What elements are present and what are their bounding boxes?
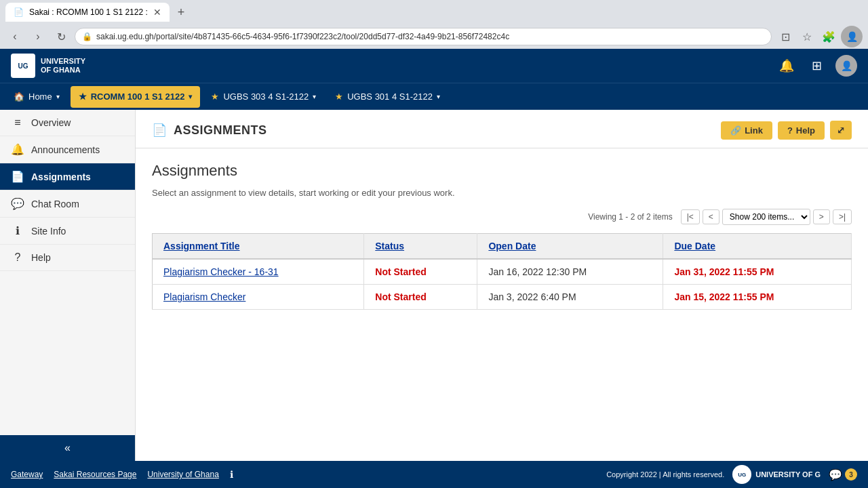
apps-grid-button[interactable]: ⊞ (806, 55, 827, 77)
sort-status[interactable]: Status (375, 241, 404, 251)
sort-assignment-title[interactable]: Assignment Title (163, 241, 240, 251)
sidebar-item-overview[interactable]: ≡ Overview (0, 110, 135, 136)
cell-title-0: Plagiarism Checker - 16-31 (153, 259, 364, 285)
chat-badge: 3 (845, 468, 857, 481)
lock-icon: 🔒 (82, 32, 92, 41)
expand-icon: ⤢ (837, 125, 845, 136)
logo-area: UG UNIVERSITY OF GHANA (11, 54, 85, 78)
course-ugbs303-btn[interactable]: ★ UGBS 303 4 S1-2122 ▾ (203, 86, 324, 108)
browser-toolbar: ‹ › ↻ 🔒 sakai.ug.edu.gh/portal/site/4b87… (0, 24, 868, 49)
footer-link-gateway[interactable]: Gateway (11, 470, 43, 479)
footer-logo-area: UG UNIVERSITY OF G (732, 465, 821, 484)
footer-info-icon[interactable]: ℹ (230, 469, 233, 480)
ugbs303-chevron-icon: ▾ (313, 93, 316, 100)
browser-tab[interactable]: 📄 Sakai : RCOMM 100 1 S1 2122 : ✕ (5, 3, 170, 22)
content-header-title: ASSIGNMENTS (174, 123, 267, 138)
content-header: 📄 ASSIGNMENTS 🔗 Link ? Help ⤢ (136, 110, 868, 148)
sidebar-item-chatroom[interactable]: 💬 Chat Room (0, 190, 135, 218)
chat-notification-btn[interactable]: 💬 (829, 468, 842, 481)
assignment-link-0[interactable]: Plagiarism Checker - 16-31 (163, 266, 279, 277)
sidebar-item-help[interactable]: ? Help (0, 245, 135, 271)
overview-icon: ≡ (11, 117, 24, 129)
home-icon: 🏠 (14, 92, 24, 102)
sort-due-date[interactable]: Due Date (674, 241, 715, 251)
siteinfo-icon: ℹ (11, 224, 24, 237)
main-layout: ≡ Overview 🔔 Announcements 📄 Assignments… (0, 110, 868, 461)
home-nav-btn[interactable]: 🏠 Home ▾ (5, 86, 68, 108)
home-chevron-icon: ▾ (56, 93, 60, 100)
table-row: Plagiarism Checker Not Started Jan 3, 20… (153, 285, 852, 310)
toolbar-right: ⊡ ☆ 🧩 👤 (776, 26, 863, 47)
link-icon: 🔗 (730, 125, 741, 136)
prev-page-btn[interactable]: < (703, 209, 719, 224)
footer-right: Copyright 2022 | All rights reserved. UG… (606, 465, 857, 484)
reload-button[interactable]: ↻ (52, 27, 71, 46)
footer: Gateway Sakai Resources Page University … (0, 461, 868, 488)
assignments-icon: 📄 (11, 170, 24, 183)
assignment-link-1[interactable]: Plagiarism Checker (163, 291, 245, 302)
cell-due-date-1: Jan 15, 2022 11:55 PM (663, 285, 852, 310)
col-status: Status (364, 234, 477, 260)
browser-profile-avatar[interactable]: 👤 (841, 26, 863, 47)
notifications-button[interactable]: 🔔 (776, 55, 797, 77)
cell-open-date-0: Jan 16, 2022 12:30 PM (477, 259, 663, 285)
footer-link-sakai[interactable]: Sakai Resources Page (54, 470, 136, 479)
content-header-right: 🔗 Link ? Help ⤢ (721, 121, 852, 140)
link-button[interactable]: 🔗 Link (721, 121, 772, 140)
sort-open-date[interactable]: Open Date (488, 241, 536, 251)
first-page-btn[interactable]: |< (681, 209, 700, 224)
course-rcomm-btn[interactable]: ★ RCOMM 100 1 S1 2122 ▾ (71, 86, 201, 108)
question-icon: ? (787, 125, 793, 136)
sidebar-collapse-btn[interactable]: « (0, 435, 135, 461)
new-tab-button[interactable]: + (172, 4, 191, 21)
items-per-page-select[interactable]: Show 200 items... (722, 209, 810, 225)
content-header-left: 📄 ASSIGNMENTS (152, 123, 267, 138)
assignments-header-icon: 📄 (152, 123, 167, 138)
rcomm-chevron-icon: ▾ (189, 93, 192, 100)
ugbs301-star-icon: ★ (335, 92, 343, 102)
footer-logo-text: UNIVERSITY OF G (755, 470, 821, 479)
col-open-date: Open Date (477, 234, 663, 260)
browser-tab-bar: 📄 Sakai : RCOMM 100 1 S1 2122 : ✕ + (0, 0, 868, 24)
table-row: Plagiarism Checker - 16-31 Not Started J… (153, 259, 852, 285)
pagination-info: Viewing 1 - 2 of 2 items (588, 212, 673, 222)
help-button[interactable]: ? Help (778, 121, 825, 140)
content-body: Assignments Select an assignment to view… (136, 148, 868, 323)
cell-status-0: Not Started (364, 259, 477, 285)
top-nav: UG UNIVERSITY OF GHANA 🔔 ⊞ 👤 (0, 49, 868, 83)
help-icon: ? (11, 251, 24, 264)
sidebar: ≡ Overview 🔔 Announcements 📄 Assignments… (0, 110, 136, 461)
url-text: sakai.ug.edu.gh/portal/site/4b871435-66c… (96, 32, 509, 41)
tab-title: Sakai : RCOMM 100 1 S1 2122 : (29, 7, 148, 17)
sidebar-item-assignments[interactable]: 📄 Assignments (0, 163, 135, 190)
course-ugbs301-btn[interactable]: ★ UGBS 301 4 S1-2122 ▾ (327, 86, 448, 108)
page-title: Assignments (152, 162, 852, 180)
cell-title-1: Plagiarism Checker (153, 285, 364, 310)
copyright-text: Copyright 2022 | All rights reserved. (606, 470, 724, 479)
sidebar-item-siteinfo[interactable]: ℹ Site Info (0, 218, 135, 245)
footer-university-logo: UG (732, 465, 751, 484)
extensions-button[interactable]: ⊡ (776, 27, 795, 46)
bookmark-button[interactable]: ☆ (797, 27, 816, 46)
cell-due-date-0: Jan 31, 2022 11:55 PM (663, 259, 852, 285)
forward-button[interactable]: › (28, 27, 47, 46)
address-bar[interactable]: 🔒 sakai.ug.edu.gh/portal/site/4b871435-6… (75, 28, 772, 45)
rcomm-star-icon: ★ (79, 92, 87, 102)
university-name: UNIVERSITY OF GHANA (41, 57, 85, 75)
chatroom-icon: 💬 (11, 197, 24, 210)
last-page-btn[interactable]: >| (833, 209, 852, 224)
course-nav: 🏠 Home ▾ ★ RCOMM 100 1 S1 2122 ▾ ★ UGBS … (0, 83, 868, 110)
sakai-app: UG UNIVERSITY OF GHANA 🔔 ⊞ 👤 🏠 Home ▾ ★ … (0, 49, 868, 488)
ugbs303-star-icon: ★ (211, 92, 219, 102)
profile-extensions-button[interactable]: 🧩 (819, 27, 838, 46)
back-button[interactable]: ‹ (5, 27, 24, 46)
ugbs301-chevron-icon: ▾ (437, 93, 440, 100)
tab-close-btn[interactable]: ✕ (153, 7, 161, 18)
sidebar-item-announcements[interactable]: 🔔 Announcements (0, 136, 135, 163)
footer-link-university[interactable]: University of Ghana (147, 470, 218, 479)
expand-button[interactable]: ⤢ (830, 121, 852, 140)
footer-links: Gateway Sakai Resources Page University … (11, 469, 233, 480)
next-page-btn[interactable]: > (813, 209, 830, 224)
pagination-bar: Viewing 1 - 2 of 2 items |< < Show 200 i… (152, 209, 852, 225)
user-profile-avatar[interactable]: 👤 (835, 55, 857, 77)
